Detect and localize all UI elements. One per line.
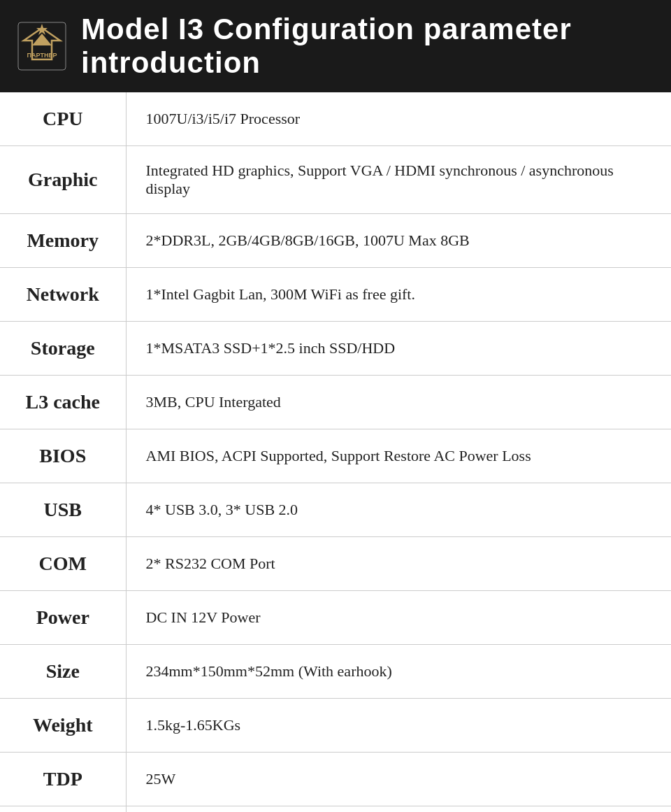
spec-value: 2* RS232 COM Port bbox=[126, 537, 671, 591]
table-row: Memory2*DDR3L, 2GB/4GB/8GB/16GB, 1007U M… bbox=[0, 214, 671, 268]
spec-value: 2*DDR3L, 2GB/4GB/8GB/16GB, 1007U Max 8GB bbox=[126, 214, 671, 268]
table-row: Network1*Intel Gagbit Lan, 300M WiFi as … bbox=[0, 268, 671, 322]
table-row: TDP25W bbox=[0, 753, 671, 806]
logo: ПАРТНЕР bbox=[17, 21, 67, 71]
table-row: Storage1*MSATA3 SSD+1*2.5 inch SSD/HDD bbox=[0, 322, 671, 376]
specs-table: CPU1007U/i3/i5/i7 ProcessorGraphicIntegr… bbox=[0, 92, 671, 812]
table-row: Weight1.5kg-1.65KGs bbox=[0, 699, 671, 753]
table-row: Size234mm*150mm*52mm (With earhook) bbox=[0, 645, 671, 699]
spec-label: Graphic bbox=[0, 146, 126, 214]
spec-label: Network bbox=[0, 268, 126, 322]
spec-value: 234mm*150mm*52mm (With earhook) bbox=[126, 645, 671, 699]
spec-value: DC IN 12V Power bbox=[126, 591, 671, 645]
spec-value: 1*MSATA3 SSD+1*2.5 inch SSD/HDD bbox=[126, 322, 671, 376]
svg-text:ПАРТНЕР: ПАРТНЕР bbox=[27, 52, 57, 59]
spec-value: 25W bbox=[126, 753, 671, 806]
spec-label: L3 cache bbox=[0, 376, 126, 429]
spec-value: AMI BIOS, ACPI Supported, Support Restor… bbox=[126, 429, 671, 483]
spec-value: 1.5kg-1.65KGs bbox=[126, 699, 671, 753]
spec-value: 4* USB 3.0, 3* USB 2.0 bbox=[126, 483, 671, 537]
table-row: PowerDC IN 12V Power bbox=[0, 591, 671, 645]
spec-label: COM bbox=[0, 537, 126, 591]
table-row: BIOSAMI BIOS, ACPI Supported, Support Re… bbox=[0, 429, 671, 483]
table-row: Environmenttemperature: -10-60 Celsius, … bbox=[0, 806, 671, 813]
spec-label: Power bbox=[0, 591, 126, 645]
spec-value: 1*Intel Gagbit Lan, 300M WiFi as free gi… bbox=[126, 268, 671, 322]
spec-label: Size bbox=[0, 645, 126, 699]
page-header: ПАРТНЕР Model I3 Configuration parameter… bbox=[0, 0, 671, 92]
spec-label: Weight bbox=[0, 699, 126, 753]
spec-label: Environment bbox=[0, 806, 126, 813]
table-row: L3 cache3MB, CPU Intergated bbox=[0, 376, 671, 429]
spec-label: TDP bbox=[0, 753, 126, 806]
table-row: GraphicIntegrated HD graphics, Support V… bbox=[0, 146, 671, 214]
spec-label: Memory bbox=[0, 214, 126, 268]
spec-label: BIOS bbox=[0, 429, 126, 483]
spec-value: temperature: -10-60 Celsius, humidity: 0… bbox=[126, 806, 671, 813]
page-title: Model I3 Configuration parameter introdu… bbox=[81, 13, 654, 80]
spec-value: Integrated HD graphics, Support VGA / HD… bbox=[126, 146, 671, 214]
spec-value: 1007U/i3/i5/i7 Processor bbox=[126, 92, 671, 146]
table-row: CPU1007U/i3/i5/i7 Processor bbox=[0, 92, 671, 146]
spec-label: CPU bbox=[0, 92, 126, 146]
spec-value: 3MB, CPU Intergated bbox=[126, 376, 671, 429]
spec-label: USB bbox=[0, 483, 126, 537]
table-row: COM2* RS232 COM Port bbox=[0, 537, 671, 591]
spec-label: Storage bbox=[0, 322, 126, 376]
table-row: USB4* USB 3.0, 3* USB 2.0 bbox=[0, 483, 671, 537]
